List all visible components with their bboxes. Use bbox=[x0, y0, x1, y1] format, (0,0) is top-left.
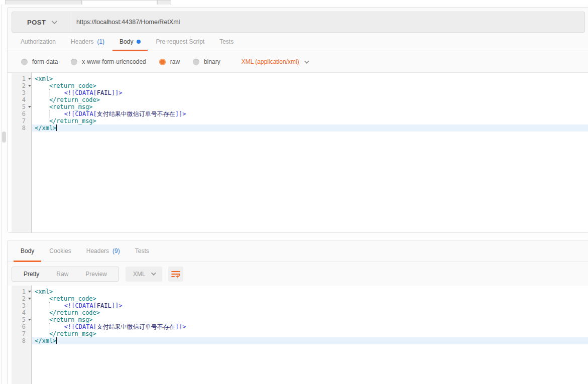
code-line: 6 <![CDATA[支付结果中微信订单号不存在]]> bbox=[12, 110, 588, 117]
line-number: 1 bbox=[12, 288, 32, 295]
window-tab-bar bbox=[0, 0, 588, 5]
wrap-text-icon bbox=[171, 269, 181, 279]
code-line: 3 <![CDATA[FAIL]]> bbox=[12, 302, 588, 309]
left-edge-strip bbox=[0, 5, 7, 384]
wrap-lines-button[interactable] bbox=[168, 267, 183, 282]
code-text: <![CDATA[FAIL]]> bbox=[32, 89, 588, 96]
line-number: 8 bbox=[12, 337, 32, 344]
content-type-dropdown[interactable]: XML (application/xml) bbox=[242, 58, 308, 65]
response-body-editor[interactable]: 1<xml>2 <return_code>3 <![CDATA[FAIL]]>4… bbox=[8, 286, 588, 384]
line-number: 5 bbox=[12, 103, 32, 110]
url-input[interactable]: https://localhost:44387/Home/RetXml bbox=[69, 12, 584, 32]
view-pretty-button[interactable]: Pretty bbox=[15, 271, 48, 278]
code-line: 7 </return_msg> bbox=[12, 330, 588, 337]
code-line: 6 <![CDATA[支付结果中微信订单号不存在]]> bbox=[12, 323, 588, 330]
code-line: 2 <return_code> bbox=[12, 82, 588, 89]
request-tab-active[interactable] bbox=[82, 0, 157, 5]
method-label: POST bbox=[27, 19, 46, 26]
code-line: 5 <return_msg> bbox=[12, 103, 588, 110]
request-tabs: Authorization Headers (1) Body Pre-reque… bbox=[8, 33, 588, 51]
radio-x-www-form-urlencoded[interactable]: x-www-form-urlencoded bbox=[71, 58, 146, 65]
code-text: <![CDATA[支付结果中微信订单号不存在]]> bbox=[32, 323, 588, 330]
fold-arrow-icon[interactable] bbox=[28, 78, 31, 80]
chevron-down-icon bbox=[151, 271, 156, 276]
code-line: 5 <return_msg> bbox=[12, 316, 588, 323]
code-text: <xml> bbox=[32, 75, 588, 82]
code-line: 4 </return_code> bbox=[12, 96, 588, 103]
fold-arrow-icon[interactable] bbox=[28, 298, 31, 300]
fold-arrow-icon[interactable] bbox=[28, 85, 31, 87]
tab-pre-request-script[interactable]: Pre-request Script bbox=[156, 33, 204, 51]
line-number: 6 bbox=[12, 110, 32, 117]
code-text: </return_code> bbox=[32, 309, 588, 316]
request-tab-inactive[interactable] bbox=[5, 0, 82, 5]
code-text: </return_msg> bbox=[32, 330, 588, 337]
code-line: 7 </return_msg> bbox=[12, 117, 588, 124]
tab-body[interactable]: Body bbox=[112, 33, 148, 51]
code-line: 1<xml> bbox=[12, 288, 588, 295]
radio-form-data[interactable]: form-data bbox=[21, 58, 58, 65]
tab-tests[interactable]: Tests bbox=[219, 33, 233, 51]
left-edge-divider bbox=[1, 5, 2, 384]
view-preview-button[interactable]: Preview bbox=[77, 271, 115, 278]
line-number: 4 bbox=[12, 309, 32, 316]
code-text: </return_code> bbox=[32, 96, 588, 103]
request-body-editor[interactable]: 1<xml>2 <return_code>3 <![CDATA[FAIL]]>4… bbox=[8, 73, 588, 232]
postman-window: POST https://localhost:44387/Home/RetXml… bbox=[0, 0, 588, 384]
text-cursor bbox=[56, 124, 57, 131]
text-cursor bbox=[56, 337, 57, 344]
line-number: 4 bbox=[12, 96, 32, 103]
code-line: 8</xml> bbox=[12, 337, 588, 344]
line-number: 3 bbox=[12, 89, 32, 96]
fold-arrow-icon[interactable] bbox=[28, 319, 31, 321]
view-raw-button[interactable]: Raw bbox=[48, 271, 77, 278]
line-number: 8 bbox=[12, 124, 32, 132]
tab-response-body[interactable]: Body bbox=[14, 240, 41, 262]
code-line: 3 <![CDATA[FAIL]]> bbox=[12, 89, 588, 96]
new-tab-button[interactable] bbox=[157, 0, 171, 5]
code-text: </return_msg> bbox=[32, 117, 588, 124]
line-number: 7 bbox=[12, 117, 32, 124]
line-number: 7 bbox=[12, 330, 32, 337]
code-text: <return_code> bbox=[32, 82, 588, 89]
view-mode-group: Pretty Raw Preview bbox=[12, 267, 119, 282]
response-toolbar: Pretty Raw Preview XML bbox=[8, 262, 588, 286]
url-bar: POST https://localhost:44387/Home/RetXml bbox=[12, 12, 585, 33]
line-number: 2 bbox=[12, 82, 32, 89]
body-modified-dot-icon bbox=[137, 40, 141, 44]
method-dropdown[interactable]: POST bbox=[12, 12, 69, 32]
line-number: 6 bbox=[12, 323, 32, 330]
chevron-down-icon bbox=[52, 19, 57, 24]
code-text: <![CDATA[支付结果中微信订单号不存在]]> bbox=[32, 110, 588, 117]
line-number: 3 bbox=[12, 302, 32, 309]
fold-arrow-icon[interactable] bbox=[28, 106, 31, 108]
tab-authorization[interactable]: Authorization bbox=[21, 33, 56, 51]
response-language-dropdown[interactable]: XML bbox=[126, 267, 162, 282]
request-panel: POST https://localhost:44387/Home/RetXml… bbox=[7, 7, 588, 233]
tab-cookies[interactable]: Cookies bbox=[49, 240, 71, 262]
code-text: <return_code> bbox=[32, 295, 588, 302]
code-text: <![CDATA[FAIL]]> bbox=[32, 302, 588, 309]
headers-count: (1) bbox=[97, 38, 104, 45]
tab-response-headers[interactable]: Headers (9) bbox=[86, 240, 120, 262]
line-number: 5 bbox=[12, 316, 32, 323]
code-text: <return_msg> bbox=[32, 316, 588, 323]
line-number: 2 bbox=[12, 295, 32, 302]
code-text: </xml> bbox=[32, 337, 588, 344]
left-scrollbar-thumb[interactable] bbox=[2, 132, 6, 143]
tab-response-tests[interactable]: Tests bbox=[135, 240, 149, 262]
radio-binary[interactable]: binary bbox=[193, 58, 220, 65]
radio-selected-icon bbox=[159, 59, 166, 65]
chevron-down-icon bbox=[304, 59, 309, 64]
response-tabs: Body Cookies Headers (9) Tests bbox=[8, 240, 588, 262]
code-text: <return_msg> bbox=[32, 103, 588, 110]
radio-icon bbox=[21, 59, 28, 65]
code-line: 2 <return_code> bbox=[12, 295, 588, 302]
code-text: <xml> bbox=[32, 288, 588, 295]
response-headers-count: (9) bbox=[112, 247, 120, 254]
radio-raw[interactable]: raw bbox=[159, 58, 180, 65]
tab-headers[interactable]: Headers (1) bbox=[71, 33, 104, 51]
fold-arrow-icon[interactable] bbox=[28, 291, 31, 293]
response-panel: Body Cookies Headers (9) Tests Pretty Ra… bbox=[7, 240, 588, 384]
radio-icon bbox=[193, 59, 199, 65]
